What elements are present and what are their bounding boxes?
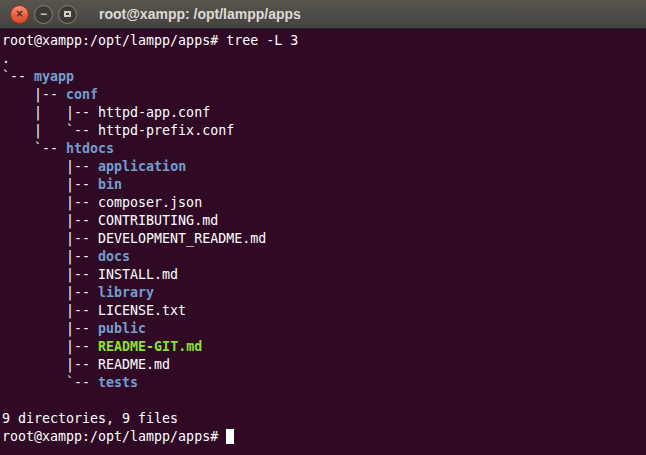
terminal-line: `-- myapp	[2, 68, 644, 86]
terminal-text: tests	[98, 375, 138, 390]
terminal-text: |-- composer.json	[2, 195, 202, 210]
terminal-line: `-- htdocs	[2, 140, 644, 158]
terminal-text: |-- LICENSE.txt	[2, 303, 186, 318]
terminal-line: | `-- httpd-prefix.conf	[2, 122, 644, 140]
terminal-text: |-- DEVELOPMENT_README.md	[2, 231, 266, 246]
terminal-line: |-- docs	[2, 248, 644, 266]
terminal-line: |-- README.md	[2, 356, 644, 374]
terminal-line: |-- README-GIT.md	[2, 338, 644, 356]
maximize-icon	[64, 11, 71, 17]
terminal-text: |--	[2, 159, 98, 174]
terminal-text: application	[98, 159, 186, 174]
terminal-text: |--	[2, 285, 98, 300]
terminal-text: docs	[98, 249, 130, 264]
terminal-line: |-- composer.json	[2, 194, 644, 212]
terminal-text: htdocs	[66, 141, 114, 156]
terminal-text: 9 directories, 9 files	[2, 411, 178, 426]
minimize-icon: −	[40, 8, 47, 20]
terminal-line: `-- tests	[2, 374, 644, 392]
window-controls: × −	[10, 5, 77, 24]
terminal-text: conf	[66, 87, 98, 102]
terminal-line: |-- DEVELOPMENT_README.md	[2, 230, 644, 248]
minimize-button[interactable]: −	[34, 5, 53, 24]
terminal-text: |-- README.md	[2, 357, 170, 372]
terminal-line: root@xampp:/opt/lampp/apps#	[2, 428, 644, 446]
terminal-window: × − root@xampp: /opt/lampp/apps root@xam…	[0, 0, 646, 455]
terminal-text: root@xampp:/opt/lampp/apps#	[2, 429, 226, 444]
terminal-cursor	[226, 429, 234, 444]
terminal-text: |-- INSTALL.md	[2, 267, 178, 282]
terminal-text: `--	[2, 141, 66, 156]
maximize-button[interactable]	[58, 5, 77, 24]
terminal-text: `--	[2, 69, 34, 84]
terminal-text: |--	[2, 177, 98, 192]
terminal-line: |-- bin	[2, 176, 644, 194]
terminal-line: |-- library	[2, 284, 644, 302]
terminal-line: root@xampp:/opt/lampp/apps# tree -L 3	[2, 32, 644, 50]
terminal-text: `--	[2, 375, 98, 390]
terminal-line: |-- conf	[2, 86, 644, 104]
terminal-text: myapp	[34, 69, 74, 84]
close-icon: ×	[16, 8, 23, 20]
terminal-line: |-- LICENSE.txt	[2, 302, 644, 320]
terminal-text: public	[98, 321, 146, 336]
terminal-text: |--	[2, 87, 66, 102]
terminal-text: bin	[98, 177, 122, 192]
terminal-text: README-GIT.md	[98, 339, 202, 354]
terminal-line: 9 directories, 9 files	[2, 410, 644, 428]
terminal-line: | |-- httpd-app.conf	[2, 104, 644, 122]
terminal-text: .	[2, 51, 10, 66]
titlebar[interactable]: × − root@xampp: /opt/lampp/apps	[0, 0, 646, 29]
terminal-text: |--	[2, 339, 98, 354]
terminal-line: |-- public	[2, 320, 644, 338]
terminal-text: | `-- httpd-prefix.conf	[2, 123, 234, 138]
terminal-text: root@xampp:/opt/lampp/apps# tree -L 3	[2, 33, 298, 48]
terminal-text: library	[98, 285, 154, 300]
terminal-line: .	[2, 50, 644, 68]
terminal-line	[2, 392, 644, 410]
terminal-screen[interactable]: root@xampp:/opt/lampp/apps# tree -L 3.`-…	[0, 29, 646, 455]
terminal-line: |-- INSTALL.md	[2, 266, 644, 284]
terminal-text: | |-- httpd-app.conf	[2, 105, 210, 120]
terminal-text: |--	[2, 249, 98, 264]
terminal-line: |-- application	[2, 158, 644, 176]
window-title: root@xampp: /opt/lampp/apps	[99, 6, 301, 22]
terminal-text: |--	[2, 321, 98, 336]
close-button[interactable]: ×	[10, 5, 29, 24]
terminal-text: |-- CONTRIBUTING.md	[2, 213, 218, 228]
terminal-line: |-- CONTRIBUTING.md	[2, 212, 644, 230]
